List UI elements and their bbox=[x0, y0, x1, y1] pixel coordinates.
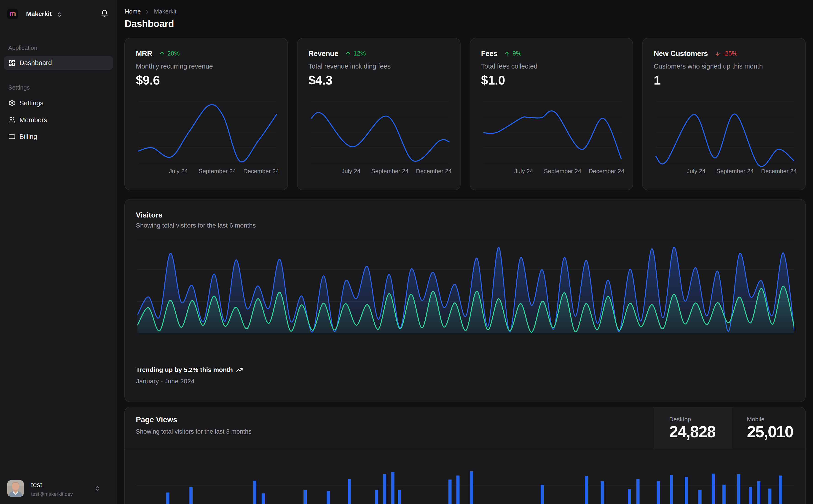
svg-text:July 24: July 24 bbox=[687, 168, 706, 175]
svg-text:July 24: July 24 bbox=[342, 168, 360, 175]
svg-text:December 24: December 24 bbox=[243, 168, 279, 175]
svg-text:September 24: September 24 bbox=[198, 168, 236, 175]
svg-text:December 24: December 24 bbox=[589, 168, 624, 175]
svg-text:September 24: September 24 bbox=[544, 168, 581, 175]
svg-text:July 24: July 24 bbox=[514, 168, 533, 175]
svg-text:July 24: July 24 bbox=[169, 168, 188, 175]
svg-text:December 24: December 24 bbox=[416, 168, 452, 175]
svg-text:September 24: September 24 bbox=[717, 168, 754, 175]
svg-text:September 24: September 24 bbox=[371, 168, 408, 175]
svg-text:December 24: December 24 bbox=[761, 168, 797, 175]
